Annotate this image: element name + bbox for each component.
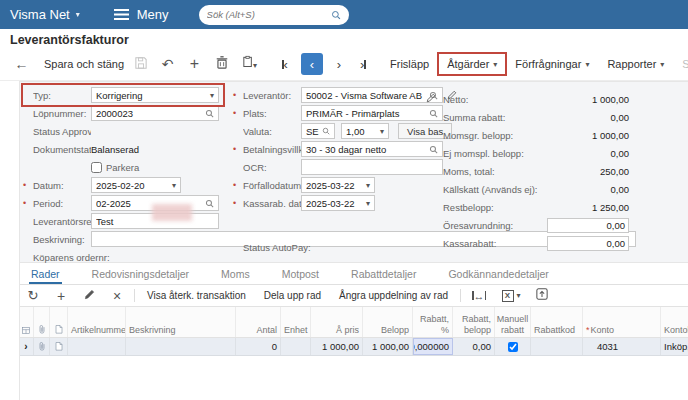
split-row-button[interactable]: Dela upp rad <box>255 290 330 301</box>
chevron-down-icon[interactable]: ▾ <box>585 60 589 69</box>
column-header-rabattkod[interactable]: Rabattkod <box>531 307 583 337</box>
datum-datepicker[interactable]: 2025-02-20 ▾ <box>91 177 181 193</box>
toolbar-separator <box>134 289 135 302</box>
release-button[interactable]: Frisläpp <box>381 58 438 70</box>
column-header-kontobeskrivning[interactable]: Kontobeskrivning <box>661 307 688 337</box>
cell-antal[interactable]: 0 <box>236 338 281 355</box>
fit-width-button[interactable]: ↔ <box>464 290 494 302</box>
period-label: Period: <box>33 198 91 209</box>
edit-row-button[interactable] <box>75 288 103 303</box>
cell-enhet[interactable] <box>281 338 311 355</box>
chevron-down-icon[interactable]: ▾ <box>366 199 370 208</box>
cell-konto[interactable]: 4031 <box>583 338 661 355</box>
cell-rabattkod[interactable] <box>531 338 583 355</box>
go-previous-button[interactable]: ‹ <box>301 53 323 75</box>
cell-manuell-rabatt-checkbox[interactable] <box>508 342 518 352</box>
lookup-icon[interactable] <box>322 127 330 135</box>
kassarab-datum-datepicker[interactable]: 2025-03-22 ▾ <box>301 195 375 211</box>
refresh-button[interactable]: ↻ <box>19 288 47 303</box>
forfallodatum-datepicker[interactable]: 2025-03-22 ▾ <box>301 177 375 193</box>
excel-icon[interactable]: X <box>502 290 514 302</box>
go-next-button[interactable]: › <box>327 57 351 72</box>
chevron-down-icon[interactable]: ▾ <box>172 181 176 190</box>
brand-menu[interactable]: Visma Net ▾ <box>10 7 80 22</box>
chevron-down-icon[interactable]: ▾ <box>253 61 257 70</box>
search-input[interactable] <box>207 9 331 20</box>
lopnummer-input[interactable]: 2000023 <box>91 105 219 121</box>
chevron-down-icon[interactable]: ▾ <box>366 181 370 190</box>
chevron-down-icon[interactable]: ▾ <box>517 291 521 300</box>
cell-artikelnummer[interactable] <box>68 338 126 355</box>
actions-dropdown-button[interactable]: Åtgärder▾ <box>438 58 506 70</box>
field-forfallodatum: • Förfallodatum: 2025-03-22 ▾ <box>233 176 457 194</box>
column-header-manuell-rabatt[interactable]: Manuell rabatt <box>495 307 531 337</box>
cell-belopp[interactable]: 1 000,00 <box>363 338 413 355</box>
column-header-konto[interactable]: *Konto <box>583 307 661 337</box>
export-excel-button[interactable]: X ▾ <box>494 290 528 302</box>
copy-paste-button[interactable]: ▾ <box>235 53 265 76</box>
column-header-belopp[interactable]: Belopp <box>363 307 413 337</box>
column-header-rabatt-pct[interactable]: Rabatt, % <box>413 307 453 337</box>
valuta-rate-select[interactable]: 1,00 ▾ <box>341 123 389 139</box>
tab-rader[interactable]: Rader <box>29 268 62 284</box>
ocr-input[interactable] <box>301 159 443 175</box>
delete-record-button[interactable] <box>208 54 235 74</box>
parkera-checkbox[interactable] <box>91 162 102 173</box>
betalningsvillkor-input[interactable]: 30 - 30 dagar netto <box>301 141 443 157</box>
tab-moms[interactable]: Moms <box>219 268 252 284</box>
chevron-down-icon[interactable]: ▾ <box>493 60 497 69</box>
column-header-rabatt-belopp[interactable]: Rabatt, belopp <box>453 307 495 337</box>
cell-rabatt-belopp[interactable]: 0,00 <box>453 338 495 355</box>
lookup-icon[interactable] <box>429 145 438 154</box>
grid-settings-icon[interactable] <box>19 307 34 337</box>
edit-pencil-icon[interactable] <box>426 93 436 103</box>
cell-beskrivning[interactable] <box>126 338 236 355</box>
column-header-artikelnummer[interactable]: Artikelnummer <box>68 307 126 337</box>
tab-godkannandedetaljer[interactable]: Godkännandedetaljer <box>446 268 550 284</box>
add-row-button[interactable]: + <box>47 288 75 304</box>
go-last-button[interactable]: › <box>351 57 375 72</box>
total-moms-total: Moms, total: 250,00 <box>443 162 629 180</box>
column-header-enhet[interactable]: Enhet <box>281 307 311 337</box>
column-header-antal[interactable]: Antal <box>236 307 281 337</box>
plats-input[interactable]: PRIMÄR - Primärplats <box>301 105 443 121</box>
delete-row-button[interactable]: × <box>103 288 131 304</box>
undo-button[interactable]: ↶ <box>154 54 181 74</box>
add-record-button[interactable]: + <box>181 54 208 74</box>
undo-row-split-button[interactable]: Ångra uppdelning av rad <box>330 290 457 301</box>
cell-kontobeskrivning[interactable]: Inköp, inl <box>661 338 688 355</box>
column-header-a-pris[interactable]: Å pris <box>311 307 363 337</box>
momsgr-belopp-label: Momsgr. belopp: <box>443 130 547 141</box>
cell-rabatt-pct-selected[interactable]: 0,000000 <box>413 338 453 355</box>
leverantor-input[interactable]: 50002 - Visma Software AB <box>301 87 443 103</box>
lookup-icon[interactable] <box>205 109 214 118</box>
total-kassarabatt: Kassarabatt: 0,00 <box>443 234 629 252</box>
kassarabatt-input[interactable]: 0,00 <box>547 236 629 251</box>
tab-redovisningsdetaljer[interactable]: Redovisningsdetaljer <box>90 268 191 284</box>
typ-select[interactable]: Korrigering ▾ <box>91 87 219 103</box>
lookup-icon[interactable] <box>205 199 214 208</box>
valuta-currency-input[interactable]: SEK <box>301 123 335 139</box>
search-icon[interactable] <box>331 9 341 21</box>
betalningsvillkor-label: Betalningsvillkor: <box>243 144 301 155</box>
chevron-down-icon[interactable]: ▾ <box>380 127 384 136</box>
cell-a-pris[interactable]: 1 000,00 <box>311 338 363 355</box>
upload-attachment-button[interactable] <box>528 288 556 303</box>
back-button[interactable]: ← <box>8 54 35 74</box>
main-menu-button[interactable]: Meny <box>114 7 169 22</box>
grid-data-row[interactable]: › 0 1 000,00 1 000,00 0,000000 0,00 4031… <box>19 338 688 356</box>
column-header-beskrivning[interactable]: Beskrivning <box>126 307 236 337</box>
go-first-button[interactable]: ‹ <box>273 57 297 72</box>
global-search[interactable] <box>199 5 349 25</box>
row-paperclip-icon[interactable] <box>34 338 50 355</box>
chevron-down-icon[interactable]: ▾ <box>660 60 664 69</box>
chevron-down-icon[interactable]: ▾ <box>210 91 214 100</box>
show-reversing-transaction-button[interactable]: Visa återk. transaktion <box>138 290 255 301</box>
inquiries-dropdown-button[interactable]: Förfrågningar▾ <box>506 58 598 70</box>
reports-dropdown-button[interactable]: Rapporter▾ <box>598 58 673 70</box>
tab-rabattdetaljer[interactable]: Rabattdetaljer <box>349 268 418 284</box>
tab-motpost[interactable]: Motpost <box>280 268 321 284</box>
oresavrundning-input[interactable]: 0,00 <box>547 218 629 233</box>
row-note-icon[interactable] <box>50 338 68 355</box>
lookup-icon[interactable] <box>429 109 438 118</box>
